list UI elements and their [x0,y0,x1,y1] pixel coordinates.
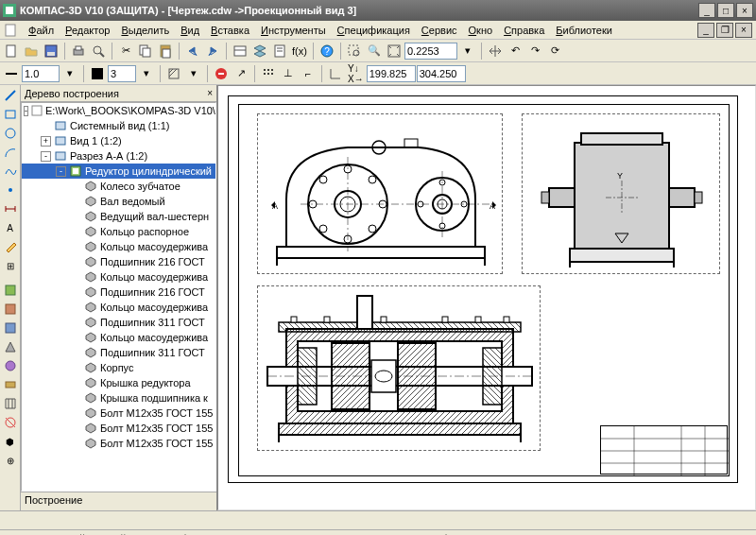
tree-item[interactable]: Колесо зубчатое [22,179,215,194]
coord-y-input[interactable] [417,65,466,82]
text-button[interactable]: A [2,219,19,236]
zoom-next-button[interactable]: ↷ [525,42,544,60]
snap-end-button[interactable]: ⌐ [299,64,318,83]
minimize-button[interactable]: _ [698,3,715,18]
menu-файл[interactable]: Файл [23,23,60,38]
tree-item[interactable]: Кольцо распорное [22,224,215,239]
geom-rect-button[interactable] [2,106,19,123]
menu-сервис[interactable]: Сервис [416,23,463,38]
preview-button[interactable] [89,42,108,60]
tree-root[interactable]: - E:\Work\_BOOKS\KOMPAS-3D V10\КО [22,103,215,118]
view-side[interactable]: Y [522,113,720,274]
tree-item[interactable]: Подшипник 311 ГОСТ [22,345,215,360]
tree-item[interactable]: Болт М12x35 ГОСТ 155 [22,406,215,421]
hatch-button[interactable] [164,64,183,83]
tree-item[interactable]: Крышка подшипника к [22,390,215,406]
tree-item[interactable]: +Вид 1 (1:2) [22,133,215,148]
count-dropdown-icon[interactable]: ▾ [137,64,156,83]
dim-button[interactable] [2,200,19,217]
tree-item[interactable]: Кольцо масоудержива [22,269,215,285]
close-button[interactable]: × [736,3,753,18]
hatch-drop-icon[interactable]: ▾ [184,64,203,83]
count-input[interactable] [108,65,136,82]
view-front[interactable]: А А [257,113,503,274]
tool-f-button[interactable] [2,376,19,393]
expand-icon[interactable]: - [56,166,66,177]
geom-line-button[interactable] [2,87,19,104]
menu-вставка[interactable]: Вставка [205,23,255,38]
menu-выделить[interactable]: Выделить [115,23,175,38]
expand-icon[interactable]: - [41,151,51,162]
linewidth-input[interactable] [22,65,60,82]
pan-button[interactable] [486,42,505,60]
tree-item[interactable]: Кольцо масоудержива [22,300,215,315]
coord-x-input[interactable] [367,65,416,82]
menu-окно[interactable]: Окно [463,23,499,38]
tree-item[interactable]: Кольцо масоудержива [22,239,215,254]
new-button[interactable] [2,42,21,60]
zoom-fit-button[interactable] [385,42,404,60]
help-button[interactable]: ? [318,42,336,60]
menu-справка[interactable]: Справка [498,23,550,38]
redo-button[interactable] [203,42,222,60]
tool-g-button[interactable] [2,395,19,412]
tree-item[interactable]: Корпус [22,360,215,375]
print-button[interactable] [69,42,88,60]
spec-button[interactable] [270,42,289,60]
tree-body[interactable]: - E:\Work\_BOOKS\KOMPAS-3D V10\КО Систем… [21,102,216,492]
param-button[interactable]: ⊞ [2,257,19,274]
menu-инструменты[interactable]: Инструменты [255,23,332,38]
geom-point-button[interactable] [2,181,19,198]
coord-mode-button[interactable] [326,64,345,83]
refresh-button[interactable]: ⟳ [545,42,564,60]
open-button[interactable] [22,42,41,60]
save-button[interactable] [42,42,60,60]
geom-arc-button[interactable] [2,144,19,161]
undo-button[interactable] [183,42,202,60]
mdi-close-button[interactable]: × [735,23,752,38]
tool-e-button[interactable] [2,357,19,374]
tree-item[interactable]: Подшипник 216 ГОСТ [22,254,215,269]
stop-button[interactable] [212,64,231,83]
copy-button[interactable] [136,42,155,60]
tool-d-button[interactable] [2,338,19,355]
edit-button[interactable] [2,238,19,255]
zoom-prev-button[interactable]: ↶ [506,42,524,60]
tree-item[interactable]: Вал ведомый [22,194,215,209]
tree-item[interactable]: Крышка редуктора [22,375,215,390]
tree-item[interactable]: Ведущий вал-шестерн [22,209,215,224]
tree-item[interactable]: Кольцо масоудержива [22,330,215,345]
tool-j-button[interactable]: ⊕ [2,452,19,469]
tool-h-button[interactable] [2,414,19,431]
view-section[interactable] [257,285,541,451]
tree-item[interactable]: -Разрез А-А (1:2) [22,148,215,164]
tool-c-button[interactable] [2,319,19,337]
layers-button[interactable] [250,42,269,60]
geom-circle-button[interactable] [2,125,19,142]
tree-item[interactable]: Системный вид (1:1) [22,118,215,133]
arrow-icon[interactable]: ↗ [232,64,250,83]
linewidth-dropdown-icon[interactable]: ▾ [60,64,79,83]
tool-b-button[interactable] [2,301,19,318]
menu-спецификация[interactable]: Спецификация [332,23,416,38]
geom-spline-button[interactable] [2,163,19,180]
tree-item[interactable]: Подшипник 311 ГОСТ [22,315,215,330]
tree-item[interactable]: Болт М12x35 ГОСТ 155 [22,421,215,436]
cut-button[interactable]: ✂ [116,42,135,60]
scale-dropdown-icon[interactable]: ▾ [458,42,477,60]
color-button[interactable] [88,64,107,83]
maximize-button[interactable]: □ [717,3,734,18]
zoom-in-icon[interactable]: 🔍 [365,42,384,60]
drawing-canvas[interactable]: А А [217,85,756,510]
tree-item[interactable]: -Редуктор цилиндрический [22,164,215,179]
menu-библиотеки[interactable]: Библиотеки [550,23,618,38]
snap-grid-button[interactable] [259,64,278,83]
style-button[interactable] [2,64,21,83]
ortho-button[interactable]: ⊥ [279,64,298,83]
tool-a-button[interactable] [2,282,19,299]
variables-button[interactable]: f(x) [290,42,309,60]
scale-input[interactable] [404,43,457,60]
paste-button[interactable] [156,42,175,60]
tree-item[interactable]: Болт М12x35 ГОСТ 155 [22,436,215,451]
menu-вид[interactable]: Вид [175,23,205,38]
